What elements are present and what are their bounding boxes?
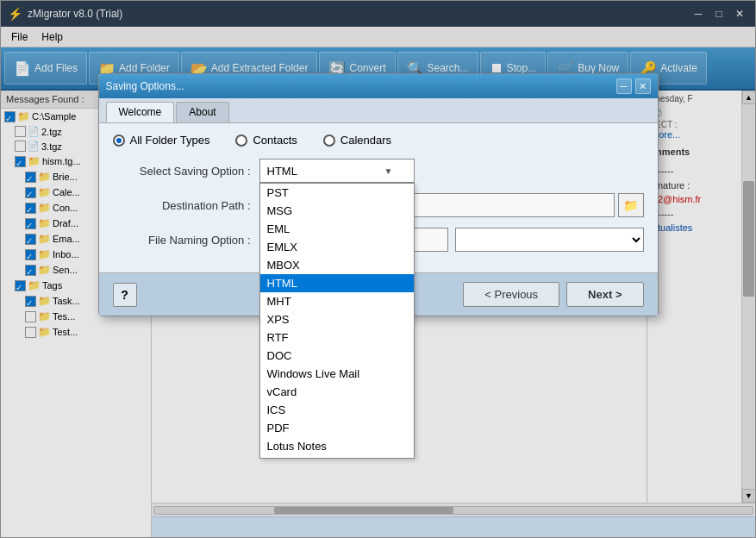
format-option[interactable]: MSG — [260, 202, 414, 220]
file-naming-label: File Naming Option : — [113, 234, 251, 247]
format-option[interactable]: MBOX — [260, 256, 414, 274]
format-select[interactable]: HTML ▼ — [259, 159, 415, 183]
dialog-title-bar: Saving Options... ─ ✕ — [99, 74, 658, 98]
save-option-label: Select Saving Option : — [113, 165, 251, 178]
format-option[interactable]: EMLX — [260, 238, 414, 256]
radio-all-folder-types[interactable]: All Folder Types — [113, 134, 210, 147]
radio-calendars-indicator — [323, 134, 335, 147]
help-button[interactable]: ? — [113, 283, 137, 307]
dialog-overlay: Saving Options... ─ ✕ Welcome About All … — [0, 0, 756, 538]
radio-contacts-label: Contacts — [253, 134, 297, 147]
format-option[interactable]: Lotus Notes — [260, 437, 414, 455]
format-option[interactable]: PDF — [260, 419, 414, 437]
dialog-tabs: Welcome About — [99, 98, 658, 123]
format-option[interactable]: EML — [260, 220, 414, 238]
destination-label: Destination Path : — [113, 199, 251, 212]
folder-type-radio-group: All Folder Types Contacts Calendars — [113, 134, 644, 147]
file-naming-select[interactable] — [455, 228, 644, 252]
browse-button[interactable]: 📁 — [618, 193, 644, 217]
previous-button[interactable]: < Previous — [463, 282, 559, 307]
format-option[interactable]: vCard — [260, 383, 414, 401]
next-button[interactable]: Next > — [566, 282, 643, 307]
radio-calendars-label: Calendars — [341, 134, 391, 147]
radio-all-label: All Folder Types — [130, 134, 210, 147]
format-dropdown-menu[interactable]: PSTMSGEMLEMLXMBOXHTMLMHTXPSRTFDOCWindows… — [259, 183, 415, 459]
dialog-minimize-button[interactable]: ─ — [616, 78, 632, 94]
format-option[interactable]: MHT — [260, 292, 414, 310]
selected-format-text: HTML — [267, 165, 297, 178]
radio-contacts-indicator — [235, 134, 247, 147]
saving-options-dialog: Saving Options... ─ ✕ Welcome About All … — [98, 73, 659, 316]
tab-about[interactable]: About — [176, 102, 228, 122]
format-option[interactable]: PST — [260, 184, 414, 202]
dialog-title: Saving Options... — [106, 80, 184, 92]
format-option[interactable]: Windows Live Mail — [260, 365, 414, 383]
format-option[interactable]: HTML — [260, 274, 414, 292]
format-option[interactable]: XPS — [260, 310, 414, 328]
radio-all-indicator — [113, 134, 125, 147]
save-option-row: Select Saving Option : HTML ▼ PSTMSGEMLE… — [113, 159, 644, 183]
dropdown-arrow-icon: ▼ — [384, 166, 393, 176]
radio-calendars[interactable]: Calendars — [323, 134, 391, 147]
radio-contacts[interactable]: Contacts — [235, 134, 297, 147]
dialog-close-button[interactable]: ✕ — [635, 78, 651, 94]
format-option[interactable]: RTF — [260, 328, 414, 347]
tab-welcome[interactable]: Welcome — [106, 102, 175, 122]
dialog-body: All Folder Types Contacts Calendars Sele… — [99, 123, 658, 272]
format-option[interactable]: Thunderbird — [260, 455, 414, 459]
format-option[interactable]: ICS — [260, 401, 414, 419]
format-option[interactable]: DOC — [260, 347, 414, 365]
format-select-container: HTML ▼ PSTMSGEMLEMLXMBOXHTMLMHTXPSRTFDOC… — [259, 159, 415, 183]
